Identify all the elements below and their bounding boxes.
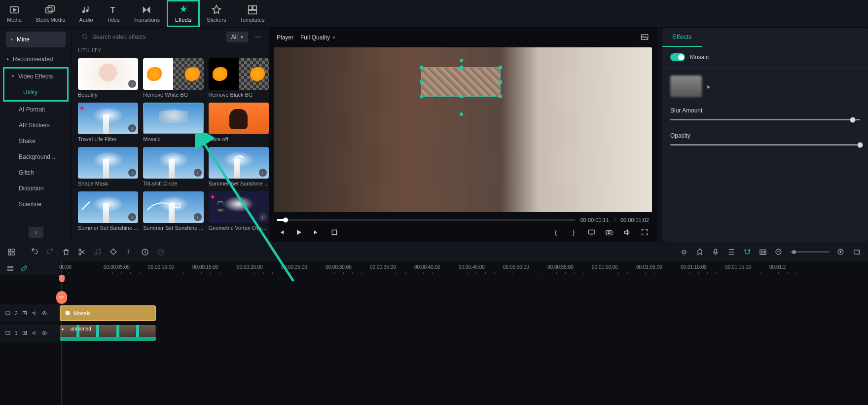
tab-effects[interactable]: Effects — [167, 0, 200, 27]
cat-shake[interactable]: Shake — [0, 133, 72, 149]
cat-scanline[interactable]: Scanline — [0, 196, 72, 212]
effect-beautify[interactable]: ↓Beautify — [78, 58, 138, 98]
zoom-in-button[interactable] — [836, 248, 845, 257]
mark-in-button[interactable]: { — [551, 228, 560, 237]
eye-icon[interactable] — [41, 310, 47, 316]
cat-utility-label: Utility — [23, 89, 37, 96]
tab-stock-media[interactable]: Stock Media — [29, 0, 72, 27]
cat-background[interactable]: Background ... — [0, 149, 72, 165]
music-button[interactable] — [93, 248, 102, 257]
prev-frame-button[interactable] — [277, 228, 286, 237]
next-frame-button[interactable] — [312, 228, 321, 237]
playhead[interactable]: ✂ — [62, 261, 62, 405]
quality-dropdown[interactable]: Full Quality▾ — [300, 34, 335, 41]
cat-recommended[interactable]: Recommended — [0, 51, 72, 67]
snapshot-icon[interactable] — [640, 33, 649, 43]
tab-stickers[interactable]: Stickers — [200, 0, 233, 27]
mark-out-button[interactable]: } — [569, 228, 578, 237]
magnet-button[interactable] — [743, 248, 752, 257]
effect-enable-toggle[interactable] — [670, 53, 685, 61]
search-box[interactable] — [78, 32, 221, 42]
effect-geometric-vortex[interactable]: ◆↓Geometric Vortex Ove... — [209, 191, 269, 231]
cat-distortion[interactable]: Distortion — [0, 181, 72, 196]
effect-clip[interactable]: Mosaic — [60, 305, 156, 321]
effect-shape-mask[interactable]: ↓Shape Mask — [78, 147, 138, 186]
video-canvas[interactable] — [274, 47, 652, 212]
eye-icon[interactable] — [41, 330, 47, 336]
effect-travel-life[interactable]: ◆↓Travel Life Filter — [78, 103, 138, 142]
opacity-slider[interactable] — [670, 144, 860, 146]
playhead-scissor-icon[interactable]: ✂ — [56, 291, 67, 304]
filter-dropdown[interactable]: All▾ — [226, 32, 248, 42]
mute-icon[interactable] — [32, 330, 37, 336]
svg-point-6 — [180, 13, 181, 14]
mosaic-overlay[interactable] — [421, 67, 501, 97]
grid-button[interactable] — [7, 248, 16, 257]
link-button[interactable] — [20, 264, 29, 273]
effect-summer-sun-2[interactable]: ↓Summer Set Sunshine ... — [78, 191, 138, 231]
effect-tilt-shift[interactable]: ↓Tilt-shift Circle — [143, 147, 203, 186]
tab-templates[interactable]: Templates — [233, 0, 271, 27]
cat-ai-portrait[interactable]: AI Portrait — [0, 102, 72, 117]
effect-mosaic[interactable]: Mosaic — [143, 103, 203, 142]
tab-titles[interactable]: T Titles — [100, 0, 127, 27]
section-title: UTILITY — [78, 47, 263, 53]
effect-faceoff[interactable]: Face-off — [209, 103, 269, 142]
add-track-icon[interactable] — [22, 330, 28, 336]
cat-video-effects[interactable]: Video Effects — [4, 69, 67, 84]
split-button[interactable] — [77, 248, 86, 257]
play-button[interactable] — [294, 228, 303, 237]
stop-button[interactable] — [330, 228, 339, 237]
delete-button[interactable] — [62, 248, 71, 257]
cat-ar-stickers[interactable]: AR Stickers — [0, 117, 72, 133]
undo-button[interactable] — [30, 248, 39, 257]
svg-text:T: T — [127, 249, 130, 255]
mosaic-style-preview[interactable] — [670, 75, 702, 97]
color-button[interactable] — [156, 248, 165, 257]
speed-button[interactable] — [141, 248, 149, 257]
cat-glitch[interactable]: Glitch — [0, 165, 72, 181]
mosaic-style-next[interactable]: ▶ — [707, 84, 711, 89]
volume-button[interactable] — [622, 228, 631, 237]
mic-button[interactable] — [711, 248, 720, 257]
mixer-button[interactable] — [727, 248, 736, 257]
display-button[interactable] — [587, 228, 596, 237]
redo-button[interactable] — [46, 248, 55, 257]
search-input[interactable] — [92, 34, 217, 40]
effect-remove-white[interactable]: Remove White BG — [143, 58, 203, 98]
fx-track-icon — [5, 310, 11, 316]
ruler[interactable]: 00:0000:00:05:0000:00:10:0000:00:15:0000… — [59, 261, 868, 275]
svg-rect-16 — [606, 231, 612, 235]
effect-remove-black[interactable]: Remove Black BG — [209, 58, 269, 98]
track-layout-button[interactable] — [6, 264, 15, 273]
more-button[interactable]: ⋯ — [253, 32, 263, 42]
camera-button[interactable] — [605, 228, 614, 237]
tab-audio[interactable]: Audio — [72, 0, 100, 27]
add-track-icon[interactable] — [22, 310, 28, 316]
cat-utility[interactable]: Utility — [4, 84, 67, 100]
properties-tab-effects[interactable]: Effects — [662, 28, 702, 47]
mute-icon[interactable] — [32, 310, 37, 316]
tab-audio-label: Audio — [79, 17, 93, 23]
track-head-fx[interactable]: 2 — [0, 304, 59, 322]
render-button[interactable] — [680, 248, 688, 257]
highlight-video-effects: Video Effects Utility — [3, 67, 69, 102]
cat-mine[interactable]: Mine — [6, 32, 66, 47]
effect-summer-sun-3[interactable]: ↓Summer Set Sunshine ... — [143, 191, 203, 231]
nav-back-button[interactable]: ‹ — [29, 227, 43, 238]
fullscreen-button[interactable] — [640, 228, 649, 237]
zoom-out-button[interactable] — [774, 248, 783, 257]
tag-button[interactable] — [109, 248, 118, 257]
zoom-fit-button[interactable] — [852, 248, 861, 257]
safe-zone-button[interactable] — [759, 248, 767, 257]
effect-summer-sun-1[interactable]: ↓Summer Set Sunshine ... — [209, 147, 269, 186]
text-button[interactable]: T — [125, 248, 134, 257]
video-clip[interactable]: ▸ unnamed — [60, 325, 156, 341]
blur-amount-slider[interactable] — [670, 119, 860, 120]
tab-media[interactable]: Media — [0, 0, 29, 27]
zoom-slider[interactable] — [790, 251, 830, 253]
tab-transitions[interactable]: Transitions — [127, 0, 167, 27]
marker-button[interactable] — [695, 248, 704, 257]
scrubber[interactable] — [277, 219, 576, 221]
track-head-video[interactable]: 1 — [0, 324, 59, 342]
